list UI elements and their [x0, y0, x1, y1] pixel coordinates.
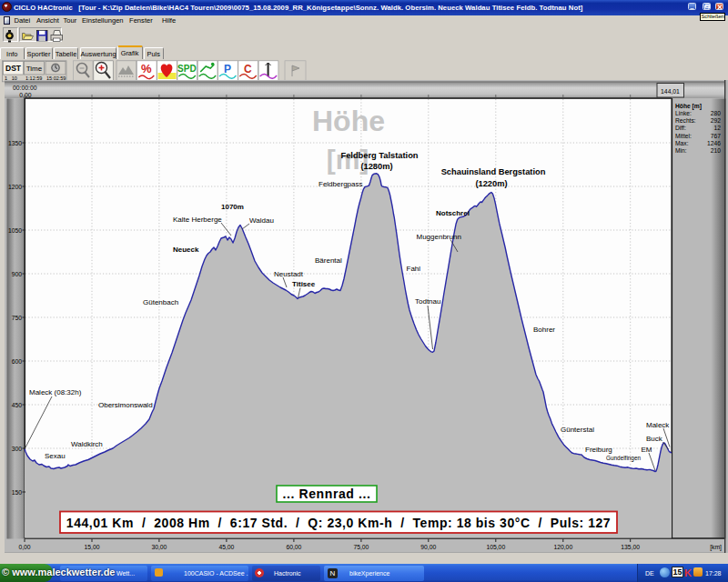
svg-text:1070m: 1070m — [221, 203, 244, 211]
svg-text:P: P — [224, 62, 231, 75]
svg-text:15,00: 15,00 — [84, 544, 99, 550]
svg-text:Rechts:: Rechts: — [675, 117, 696, 124]
svg-text:DST: DST — [5, 63, 22, 72]
svg-text:Gundelfingen: Gundelfingen — [606, 455, 641, 462]
svg-text:90,00: 90,00 — [420, 544, 436, 550]
svg-text:Bohrer: Bohrer — [533, 326, 555, 334]
svg-text:Todtnau: Todtnau — [415, 297, 440, 306]
svg-text:Feldberg Talstation: Feldberg Talstation — [340, 151, 418, 160]
svg-text:Mittel:: Mittel: — [675, 133, 692, 139]
svg-text:292: 292 — [711, 117, 721, 124]
svg-text:00:00:00: 00:00:00 — [13, 85, 37, 91]
svg-text:1246: 1246 — [707, 140, 721, 146]
svg-text:Kalte Herberge: Kalte Herberge — [173, 216, 222, 224]
svg-text:Neustadt: Neustadt — [274, 270, 304, 278]
svg-text:60,00: 60,00 — [286, 544, 301, 550]
svg-text:Bärental: Bärental — [315, 256, 342, 265]
svg-text:Fahl: Fahl — [407, 265, 421, 273]
svg-text:Notschrei: Notschrei — [436, 209, 470, 217]
svg-text:Höhe [m]: Höhe [m] — [675, 103, 702, 110]
svg-text:Linke:: Linke: — [675, 110, 692, 116]
svg-text:Sexau: Sexau — [45, 452, 66, 460]
svg-text:Gütenbach: Gütenbach — [143, 298, 178, 306]
svg-text:105,00: 105,00 — [486, 544, 505, 550]
svg-text:280: 280 — [711, 110, 721, 116]
svg-text:Max:: Max: — [675, 140, 689, 146]
svg-text:45,00: 45,00 — [218, 544, 234, 550]
svg-text:Time: Time — [26, 64, 43, 72]
svg-text:150: 150 — [12, 489, 23, 496]
svg-text:450: 450 — [12, 402, 23, 408]
svg-text:Schauinsland Bergstation: Schauinsland Bergstation — [441, 167, 546, 176]
svg-text:900: 900 — [12, 271, 23, 277]
svg-text:Freiburg: Freiburg — [585, 446, 612, 454]
svg-text:75,00: 75,00 — [353, 544, 369, 550]
svg-text:Waldau: Waldau — [249, 216, 274, 225]
svg-text:... Rennrad ...: ... Rennrad ... — [283, 487, 371, 501]
svg-text:EM: EM — [642, 446, 652, 454]
svg-text:144,01 Km / 2008 Hm / 6:17: 144,01 Km / 2008 Hm / 6:17 Std. / Q: 23,… — [66, 516, 611, 530]
svg-text:0,00: 0,00 — [18, 544, 30, 550]
svg-text:Feldbergpass: Feldbergpass — [318, 180, 362, 188]
svg-text:210: 210 — [711, 147, 721, 154]
svg-text:Obersimonswald: Obersimonswald — [98, 401, 153, 409]
svg-text:0,00: 0,00 — [19, 92, 31, 98]
svg-text:Buck: Buck — [646, 435, 663, 443]
svg-text:Maleck: Maleck — [646, 421, 670, 429]
svg-text:120,00: 120,00 — [553, 544, 572, 550]
svg-text:Maleck (08:32h): Maleck (08:32h) — [29, 388, 82, 396]
svg-text:Neueck: Neueck — [173, 246, 199, 254]
svg-text:144,01: 144,01 — [661, 88, 680, 95]
svg-text:600: 600 — [12, 358, 23, 365]
svg-text:C: C — [244, 62, 252, 75]
svg-text:Waldkirch: Waldkirch — [71, 440, 103, 448]
svg-text:Höhe: Höhe — [312, 105, 385, 137]
svg-text:1350: 1350 — [8, 140, 22, 146]
svg-text:767: 767 — [711, 133, 721, 139]
svg-text:1200: 1200 — [8, 184, 22, 190]
svg-text:Günterstal: Günterstal — [561, 426, 594, 434]
svg-text:%: % — [141, 62, 152, 75]
svg-text:1050: 1050 — [8, 227, 22, 234]
svg-text:SPD: SPD — [177, 64, 197, 74]
svg-text:750: 750 — [12, 315, 23, 321]
svg-text:Diff:: Diff: — [675, 125, 686, 131]
svg-text:(1280m): (1280m) — [360, 162, 392, 171]
svg-text:Titisee: Titisee — [292, 280, 316, 288]
svg-text:[km]: [km] — [710, 544, 722, 551]
svg-text:135,00: 135,00 — [621, 544, 640, 550]
svg-text:Muggenbrunn: Muggenbrunn — [417, 233, 461, 241]
svg-text:30,00: 30,00 — [151, 544, 167, 550]
svg-text:300: 300 — [12, 446, 23, 452]
svg-text:12: 12 — [714, 125, 722, 131]
svg-text:(1220m): (1220m) — [475, 179, 507, 188]
svg-text:Min:: Min: — [675, 147, 687, 154]
